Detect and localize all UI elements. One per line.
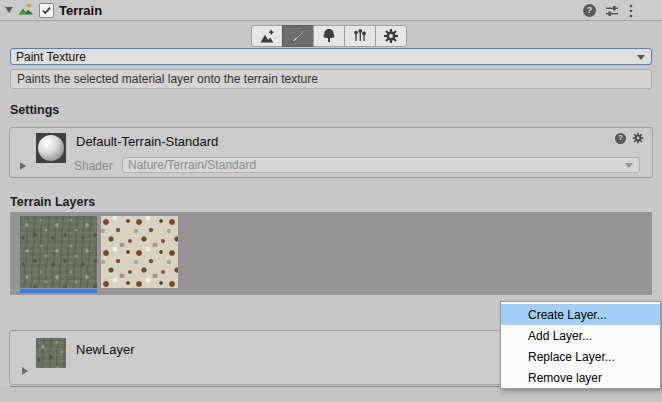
checkmark-icon xyxy=(41,5,52,16)
tool-paint-trees-button[interactable] xyxy=(313,25,345,47)
shader-label: Shader xyxy=(74,159,113,173)
tool-help-box: Paints the selected material layer onto … xyxy=(10,69,652,89)
paint-mode-value: Paint Texture xyxy=(16,50,86,64)
sphere-icon xyxy=(38,135,64,161)
terrain-layers-label: Terrain Layers xyxy=(10,195,95,209)
tree-icon xyxy=(321,28,337,44)
layer-context-menu: Create Layer... Add Layer... Replace Lay… xyxy=(500,301,661,389)
component-title: Terrain xyxy=(59,3,102,18)
gear-icon[interactable] xyxy=(632,132,644,144)
kebab-menu-icon[interactable] xyxy=(628,3,634,19)
presets-icon[interactable] xyxy=(605,4,619,18)
help-icon[interactable]: ? xyxy=(615,133,626,144)
terrain-layer-palette xyxy=(10,212,652,295)
menu-item-add-layer[interactable]: Add Layer... xyxy=(501,325,660,346)
chevron-down-icon xyxy=(625,163,633,168)
layer-foldout-icon[interactable] xyxy=(22,367,28,375)
mountain-plus-icon xyxy=(259,29,275,44)
material-header-actions: ? xyxy=(615,132,644,144)
shader-value: Nature/Terrain/Standard xyxy=(128,158,256,172)
tool-terrain-settings-button[interactable] xyxy=(375,25,407,47)
chevron-down-icon xyxy=(637,55,645,60)
paint-mode-dropdown[interactable]: Paint Texture xyxy=(10,48,652,65)
material-foldout-icon[interactable] xyxy=(20,162,26,170)
header-actions: ? xyxy=(583,0,662,21)
tool-create-neighbor-terrains-button[interactable] xyxy=(251,25,283,47)
layer-tile-rock[interactable] xyxy=(101,216,178,288)
tool-help-text: Paints the selected material layer onto … xyxy=(17,72,318,86)
shader-dropdown: Nature/Terrain/Standard xyxy=(122,157,640,173)
terrain-component-icon xyxy=(18,2,34,18)
tool-paint-details-button[interactable] xyxy=(344,25,376,47)
menu-item-create-layer[interactable]: Create Layer... xyxy=(501,304,660,325)
menu-item-replace-layer[interactable]: Replace Layer... xyxy=(501,346,660,367)
material-editor-box: Default-Terrain-Standard Shader Nature/T… xyxy=(9,127,653,178)
terrain-inspector: Terrain ? xyxy=(0,0,662,402)
component-enabled-checkbox[interactable] xyxy=(39,3,54,18)
material-sphere-preview[interactable] xyxy=(36,133,66,163)
inspector-empty-area xyxy=(0,387,662,402)
layer-name: NewLayer xyxy=(76,342,135,357)
help-icon[interactable]: ? xyxy=(583,4,596,17)
grass-details-icon xyxy=(352,28,368,44)
component-foldout-icon[interactable] xyxy=(5,7,13,13)
layer-tile-grass[interactable] xyxy=(20,216,97,288)
menu-item-remove-layer[interactable]: Remove layer xyxy=(501,367,660,388)
material-name: Default-Terrain-Standard xyxy=(76,134,218,149)
paintbrush-icon xyxy=(290,28,306,44)
tool-paint-terrain-button[interactable] xyxy=(282,25,314,47)
settings-section-label: Settings xyxy=(10,103,59,117)
layer-thumbnail[interactable] xyxy=(36,338,66,368)
selected-layer-indicator xyxy=(20,289,97,293)
gear-icon xyxy=(383,28,399,44)
terrain-tool-toolbar xyxy=(251,25,407,47)
terrain-component-header: Terrain ? xyxy=(0,0,662,21)
